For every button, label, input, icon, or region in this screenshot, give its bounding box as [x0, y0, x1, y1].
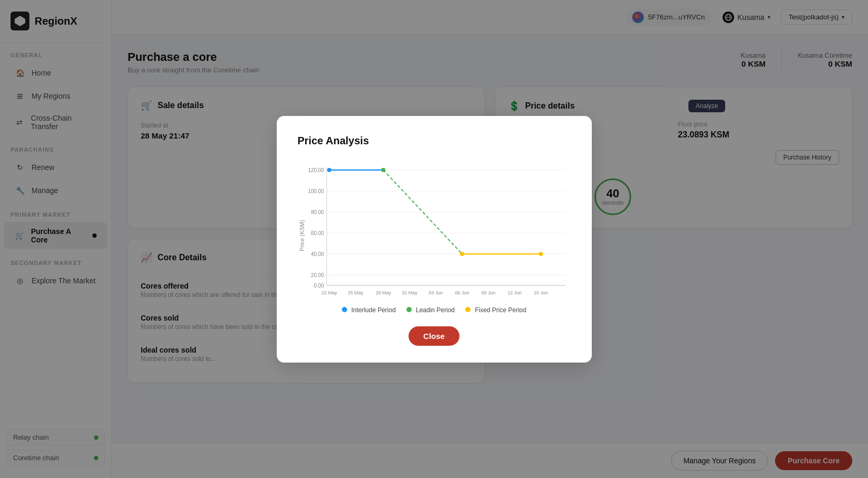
price-analysis-modal: Price Analysis Price (KSM) 120.00 100.00…: [277, 116, 592, 363]
chart-area: Price (KSM) 120.00 100.00 80.00 60.00 40…: [298, 160, 571, 301]
interlude-dot: [342, 307, 347, 312]
interlude-label: Interlude Period: [351, 306, 396, 314]
svg-text:09 Jun: 09 Jun: [481, 290, 495, 295]
chart-legend: Interlude Period Leadin Period Fixed Pri…: [298, 306, 571, 314]
svg-text:12 Jun: 12 Jun: [507, 290, 521, 295]
svg-text:31 May: 31 May: [402, 290, 417, 295]
legend-interlude: Interlude Period: [342, 306, 396, 314]
svg-text:0.00: 0.00: [313, 283, 324, 289]
svg-text:28 May: 28 May: [375, 290, 391, 295]
svg-point-29: [327, 168, 331, 172]
leadin-legend-label: Leadin Period: [416, 306, 455, 314]
legend-leadin: Leadin Period: [406, 306, 455, 314]
leadin-dot: [406, 307, 412, 312]
svg-text:120.00: 120.00: [308, 167, 324, 173]
svg-text:60.00: 60.00: [310, 230, 323, 236]
modal-close-button[interactable]: Close: [409, 326, 459, 346]
svg-text:20.00: 20.00: [310, 272, 323, 278]
svg-text:80.00: 80.00: [310, 209, 323, 215]
svg-text:40.00: 40.00: [310, 251, 323, 257]
fixed-dot: [465, 307, 470, 312]
svg-text:06 Jun: 06 Jun: [455, 290, 469, 295]
svg-text:03 Jun: 03 Jun: [428, 290, 443, 295]
legend-fixed: Fixed Price Period: [465, 306, 526, 314]
modal-title: Price Analysis: [298, 135, 571, 147]
svg-text:15 Jun: 15 Jun: [534, 290, 548, 295]
modal-overlay: Price Analysis Price (KSM) 120.00 100.00…: [0, 0, 868, 478]
svg-text:22 May: 22 May: [321, 290, 337, 295]
fixed-label: Fixed Price Period: [475, 306, 526, 314]
price-chart: Price (KSM) 120.00 100.00 80.00 60.00 40…: [298, 160, 571, 301]
svg-text:100.00: 100.00: [308, 188, 324, 194]
svg-text:Price (KSM): Price (KSM): [299, 220, 305, 251]
svg-point-34: [539, 252, 543, 256]
svg-text:25 May: 25 May: [348, 290, 363, 295]
